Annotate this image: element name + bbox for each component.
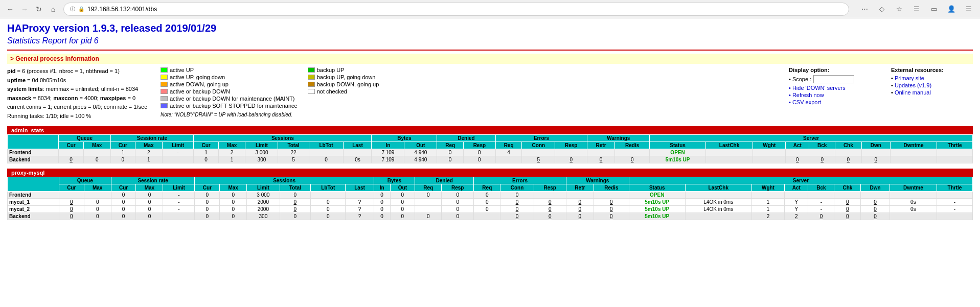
cell: 3 000 xyxy=(247,191,280,198)
cell: 0 xyxy=(280,212,311,220)
home-button[interactable]: ⌂ xyxy=(47,3,59,15)
cell xyxy=(415,205,442,212)
th-dwn: Dwn xyxy=(861,184,890,191)
menu-button[interactable]: ☰ xyxy=(962,2,976,16)
cell: - xyxy=(808,198,834,205)
link-updates[interactable]: Updates (v1.9) xyxy=(891,82,973,88)
section-divider xyxy=(7,50,973,51)
cell: 0 xyxy=(280,205,311,212)
scope-input[interactable] xyxy=(813,75,854,83)
manual-link[interactable]: Online manual xyxy=(895,89,931,96)
cell xyxy=(786,149,809,156)
cell: L4OK in 0ms xyxy=(685,205,751,212)
cell: - xyxy=(163,205,195,212)
legend-color-active-down xyxy=(161,89,168,94)
hide-down-servers-link[interactable]: • Hide 'DOWN' servers xyxy=(789,85,881,91)
cell: 0 xyxy=(390,212,415,220)
th-act: Act xyxy=(786,141,809,149)
th-bytes: Bytes xyxy=(372,134,437,141)
cell: 0 xyxy=(474,205,500,212)
cell: 0 xyxy=(566,198,594,205)
cell xyxy=(555,149,587,156)
cell: 0 xyxy=(594,198,629,205)
cell: 0 xyxy=(861,156,890,163)
cell: 0 xyxy=(195,191,220,198)
cell: 0 xyxy=(84,212,111,220)
section-general-header: > General process information xyxy=(7,54,973,64)
cell xyxy=(344,149,372,156)
th-lastchk: LastChk xyxy=(685,184,751,191)
cell: Y xyxy=(785,198,808,205)
cell: 2 xyxy=(751,212,784,220)
more-button[interactable]: ⋯ xyxy=(857,2,872,16)
cell xyxy=(587,149,615,156)
info-uptime: uptime = 0d 0h05m10s xyxy=(7,76,150,85)
legend-maint: active or backup DOWN for maintenance (M… xyxy=(161,96,298,102)
cell xyxy=(753,149,786,156)
cell: - xyxy=(937,198,972,205)
th-lastchk: LastChk xyxy=(705,141,753,149)
th-server: Server xyxy=(650,134,973,141)
legend-block: active UP active UP, going down active D… xyxy=(161,67,779,121)
table-row: Backend 0 0 0 0 0 0 300 0 0 ? 0 0 0 0 xyxy=(8,212,973,220)
nav-buttons: ← → ↻ ⌂ xyxy=(4,3,59,15)
cell xyxy=(83,149,110,156)
cell: 0 xyxy=(111,212,136,220)
row-label: mycat_2 xyxy=(8,205,59,212)
updates-link[interactable]: Updates (v1.9) xyxy=(895,82,931,88)
refresh-button[interactable]: ↻ xyxy=(33,3,45,15)
cell: 2 xyxy=(218,149,245,156)
cell: 22 xyxy=(278,149,309,156)
star-button[interactable]: ☆ xyxy=(892,2,906,16)
th-status: Status xyxy=(629,184,685,191)
address-bar[interactable]: ⓘ 🔒 192.168.56.132:4001/dbs xyxy=(63,3,849,16)
cell: 300 xyxy=(247,212,280,220)
row-label: Backend xyxy=(8,156,59,163)
avatar-button[interactable]: 👤 xyxy=(944,2,959,16)
th-err-conn: Conn xyxy=(500,184,534,191)
th-sess-cur: Cur xyxy=(194,141,218,149)
bookmarks-button[interactable]: ◇ xyxy=(875,2,889,16)
cell: 7 109 xyxy=(372,149,404,156)
csv-link[interactable]: CSV export xyxy=(792,99,821,105)
cell: 0 xyxy=(615,156,650,163)
cell: 0 xyxy=(83,156,110,163)
cell xyxy=(937,149,973,156)
link-manual[interactable]: Online manual xyxy=(891,89,973,96)
th-errors: Errors xyxy=(474,177,566,184)
library-button[interactable]: ☰ xyxy=(909,2,924,16)
link-primary-site[interactable]: Primary site xyxy=(891,75,973,81)
refresh-link[interactable]: Refresh now xyxy=(792,92,824,98)
proxy-admin-stats-title: admin_stats xyxy=(7,126,973,134)
th-session-rate: Session rate xyxy=(111,177,195,184)
cell xyxy=(685,212,751,220)
cell: 300 xyxy=(245,156,278,163)
sidebar-button[interactable]: ▭ xyxy=(927,2,941,16)
th-bytes: Bytes xyxy=(374,177,415,184)
th-denied-req: Req xyxy=(437,141,464,149)
table-row: Frontend 0 0 - 0 0 3 000 0 0 0 0 0 0 xyxy=(8,191,973,198)
legend-color-active-up xyxy=(161,67,168,73)
cell: 0 xyxy=(437,156,464,163)
th-denied: Denied xyxy=(415,177,474,184)
primary-site-link[interactable]: Primary site xyxy=(895,75,924,81)
cell: 0 xyxy=(111,198,136,205)
legend-left-col: active UP active UP, going down active D… xyxy=(161,67,298,121)
csv-export-link[interactable]: • CSV export xyxy=(789,99,881,105)
back-button[interactable]: ← xyxy=(4,3,16,15)
th-sess-total: Total xyxy=(278,141,309,149)
cell: 0 xyxy=(500,212,534,220)
cell: 4 xyxy=(495,149,522,156)
th-err-req: Req xyxy=(474,184,500,191)
cell: 0 xyxy=(220,205,247,212)
hide-down-link[interactable]: Hide 'DOWN' servers xyxy=(792,85,846,91)
cell xyxy=(753,156,786,163)
cell: 4 940 xyxy=(404,149,437,156)
row-label: mycat_1 xyxy=(8,198,59,205)
th-warnings: Warnings xyxy=(587,134,650,141)
cell: 0 xyxy=(442,198,474,205)
refresh-now-link[interactable]: • Refresh now xyxy=(789,92,881,98)
forward-button[interactable]: → xyxy=(18,3,31,15)
th-sr-limit: Limit xyxy=(162,141,194,149)
status-cell: 5m10s UP xyxy=(650,156,705,163)
